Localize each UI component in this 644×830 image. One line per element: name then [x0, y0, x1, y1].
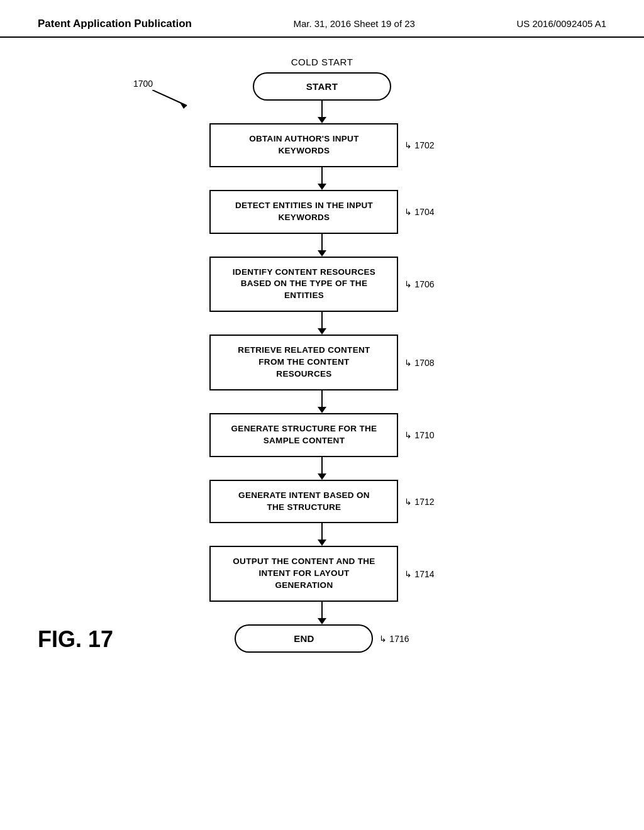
- ref-1716: ↳ 1716: [379, 634, 409, 644]
- main-content: COLD START 1700 START OBTAIN AUTHOR'S IN…: [0, 38, 644, 678]
- node-1706-row: IDENTIFY CONTENT RESOURCESBASED ON THE T…: [133, 257, 511, 313]
- arrow-8: [318, 602, 326, 624]
- arrow-5: [318, 390, 326, 413]
- flowchart: START OBTAIN AUTHOR'S INPUTKEYWORDS ↳ 17…: [133, 72, 511, 653]
- arrow-4: [318, 312, 326, 335]
- node-1714-row: OUTPUT THE CONTENT AND THEINTENT FOR LAY…: [133, 546, 511, 602]
- arrow-7: [318, 523, 326, 546]
- start-node: START: [253, 72, 391, 101]
- node-1702-row: OBTAIN AUTHOR'S INPUTKEYWORDS ↳ 1702: [133, 123, 511, 167]
- ref-1714: ↳ 1714: [404, 569, 434, 579]
- ref-1704: ↳ 1704: [404, 207, 434, 217]
- node-1710-row: GENERATE STRUCTURE FOR THESAMPLE CONTENT…: [133, 413, 511, 457]
- end-node-row: END ↳ 1716: [133, 624, 511, 653]
- end-node: END: [235, 624, 373, 653]
- node-1704-row: DETECT ENTITIES IN THE INPUTKEYWORDS ↳ 1…: [133, 190, 511, 234]
- arrow-1: [318, 101, 326, 123]
- arrow-2: [318, 167, 326, 190]
- node-1714: OUTPUT THE CONTENT AND THEINTENT FOR LAY…: [209, 546, 398, 602]
- node-1708-row: RETRIEVE RELATED CONTENTFROM THE CONTENT…: [133, 335, 511, 390]
- publication-label: Patent Application Publication: [38, 18, 192, 30]
- node-1708: RETRIEVE RELATED CONTENTFROM THE CONTENT…: [209, 335, 398, 390]
- ref-1710: ↳ 1710: [404, 430, 434, 440]
- node-1706: IDENTIFY CONTENT RESOURCESBASED ON THE T…: [209, 257, 398, 313]
- node-1702: OBTAIN AUTHOR'S INPUTKEYWORDS: [209, 123, 398, 167]
- diagram-title: COLD START: [291, 57, 353, 67]
- ref-1706: ↳ 1706: [404, 279, 434, 289]
- figure-label: FIG. 17: [38, 626, 113, 653]
- start-node-row: START: [133, 72, 511, 101]
- node-1712: GENERATE INTENT BASED ONTHE STRUCTURE: [209, 480, 398, 524]
- node-1710: GENERATE STRUCTURE FOR THESAMPLE CONTENT: [209, 413, 398, 457]
- ref-1712: ↳ 1712: [404, 497, 434, 507]
- ref-1708: ↳ 1708: [404, 358, 434, 368]
- arrow-3: [318, 234, 326, 257]
- arrow-6: [318, 457, 326, 480]
- page-header: Patent Application Publication Mar. 31, …: [0, 0, 644, 38]
- ref-1702: ↳ 1702: [404, 140, 434, 150]
- node-1712-row: GENERATE INTENT BASED ONTHE STRUCTURE ↳ …: [133, 480, 511, 524]
- date-sheet-label: Mar. 31, 2016 Sheet 19 of 23: [293, 18, 414, 29]
- patent-number-label: US 2016/0092405 A1: [516, 18, 606, 29]
- node-1704: DETECT ENTITIES IN THE INPUTKEYWORDS: [209, 190, 398, 234]
